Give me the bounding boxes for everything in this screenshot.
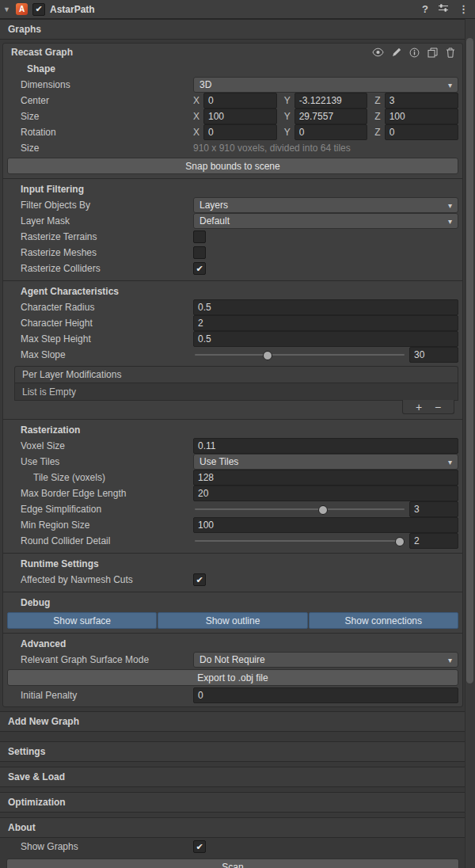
show-surface-button[interactable]: Show surface (7, 612, 157, 629)
tile-size-label: Tile Size (voxels) (33, 472, 190, 483)
section-header-optimization[interactable]: Optimization (0, 792, 466, 813)
runtime-settings-label: Runtime Settings (21, 558, 99, 569)
rotation-x-input[interactable] (203, 124, 277, 140)
filter-objects-by-dropdown[interactable]: Layers ▾ (193, 197, 458, 213)
center-x-input[interactable] (203, 93, 277, 108)
surface-mode-row: Relevant Graph Surface Mode Do Not Requi… (3, 652, 462, 668)
slider-knob[interactable] (395, 537, 405, 546)
slider-knob[interactable] (263, 351, 272, 360)
round-collider-detail-input[interactable] (409, 533, 458, 549)
rasterize-meshes-checkbox[interactable] (193, 246, 206, 259)
round-collider-detail-slider[interactable] (193, 534, 406, 548)
component-enabled-checkbox[interactable] (32, 3, 45, 16)
duplicate-icon[interactable] (428, 48, 438, 58)
axis-x-label: X (193, 127, 200, 138)
dimensions-dropdown[interactable]: 3D ▾ (193, 77, 458, 93)
list-empty-row: List is Empty (15, 383, 458, 400)
max-border-edge-length-label: Max Border Edge Length (21, 488, 190, 499)
list-add-button[interactable]: + (416, 402, 422, 413)
axis-y-label: Y (284, 111, 291, 122)
size-y-input[interactable] (294, 108, 368, 124)
export-obj-button[interactable]: Export to .obj file (7, 669, 458, 686)
size-z-input[interactable] (385, 108, 458, 124)
section-header-add-new-graph[interactable]: Add New Graph (0, 711, 466, 732)
character-radius-label: Character Radius (21, 302, 190, 313)
scrollbar-thumb[interactable] (466, 38, 473, 683)
voxel-size-row: Voxel Size (3, 438, 462, 454)
surface-mode-dropdown[interactable]: Do Not Require ▾ (193, 652, 458, 668)
section-label: Settings (8, 746, 45, 757)
edge-simplification-slider[interactable] (193, 502, 406, 516)
info-icon[interactable] (409, 48, 420, 58)
section-header-about[interactable]: About (0, 817, 466, 838)
snap-bounds-button[interactable]: Snap bounds to scene (7, 158, 458, 174)
slider-track (195, 354, 405, 356)
max-slope-slider[interactable] (193, 348, 406, 362)
max-slope-input[interactable] (409, 347, 458, 363)
initial-penalty-label: Initial Penalty (21, 690, 190, 701)
navmesh-cuts-checkbox[interactable] (193, 573, 206, 586)
character-height-input[interactable] (193, 315, 458, 331)
dropdown-value: 3D (200, 79, 211, 90)
layer-mask-dropdown[interactable]: Default ▾ (193, 213, 458, 229)
delete-trash-icon[interactable] (446, 48, 455, 58)
use-tiles-dropdown[interactable]: Use Tiles ▾ (193, 454, 458, 470)
center-y-input[interactable] (294, 93, 368, 108)
slider-knob[interactable] (318, 505, 328, 515)
foldout-arrow-icon[interactable]: ▼ (3, 6, 11, 13)
edit-pencil-icon[interactable] (392, 48, 401, 57)
max-step-height-input[interactable] (193, 331, 458, 347)
debug-label-row: Debug (3, 595, 462, 611)
axis-y-label: Y (284, 127, 291, 138)
component-header[interactable]: ▼ A AstarPath ? ⋮ (0, 0, 475, 19)
size-x-input[interactable] (203, 108, 277, 124)
slider-track (195, 508, 405, 510)
rotation-y-input[interactable] (294, 124, 368, 140)
edge-simplification-input[interactable] (409, 501, 458, 517)
unity-inspector-panel: ▼ A AstarPath ? ⋮ Graphs Recast Graph (0, 0, 475, 868)
divider (3, 553, 462, 554)
section-label: Graphs (8, 24, 41, 35)
max-slope-row: Max Slope (3, 347, 462, 363)
voxel-size-input[interactable] (193, 438, 458, 454)
character-radius-input[interactable] (193, 299, 458, 315)
min-region-size-input[interactable] (193, 517, 458, 533)
rasterize-terrains-label: Rasterize Terrains (21, 231, 190, 242)
show-graphs-checkbox[interactable] (193, 840, 206, 853)
axis-x-label: X (193, 95, 200, 106)
rasterize-colliders-checkbox[interactable] (193, 262, 206, 275)
chevron-down-icon: ▾ (448, 201, 452, 210)
visibility-eye-icon[interactable] (372, 48, 384, 57)
rotation-z-input[interactable] (385, 124, 458, 140)
slider-track (195, 540, 405, 542)
section-header-save-load[interactable]: Save & Load (0, 767, 466, 787)
per-layer-modifications-header[interactable]: Per Layer Modifications (15, 367, 458, 383)
chevron-down-icon: ▾ (448, 656, 452, 664)
tile-size-input[interactable] (193, 470, 458, 485)
presets-icon[interactable] (438, 3, 449, 15)
kebab-menu-icon[interactable]: ⋮ (458, 4, 469, 14)
rasterization-label: Rasterization (21, 424, 80, 436)
max-border-edge-length-input[interactable] (193, 485, 458, 501)
show-outline-button[interactable]: Show outline (158, 612, 307, 629)
initial-penalty-input[interactable] (193, 687, 458, 703)
center-z-input[interactable] (385, 93, 458, 108)
dropdown-value: Use Tiles (200, 456, 238, 467)
character-radius-row: Character Radius (3, 299, 462, 315)
center-label: Center (21, 95, 190, 106)
scan-button[interactable]: Scan (6, 858, 459, 868)
list-remove-button[interactable]: − (435, 402, 441, 413)
max-border-edge-length-row: Max Border Edge Length (3, 485, 462, 501)
divider (3, 280, 462, 281)
vertical-scrollbar[interactable] (465, 19, 475, 868)
recast-graph-header[interactable]: Recast Graph (3, 44, 462, 61)
rasterize-terrains-checkbox[interactable] (193, 230, 206, 243)
chevron-down-icon: ▾ (448, 81, 452, 89)
show-connections-button[interactable]: Show connections (309, 612, 458, 629)
edge-simplification-label: Edge Simplification (21, 504, 190, 515)
section-header-graphs[interactable]: Graphs (0, 19, 466, 40)
help-icon[interactable]: ? (422, 4, 428, 14)
section-header-settings[interactable]: Settings (0, 741, 466, 762)
input-filtering-label-row: Input Filtering (3, 181, 462, 197)
round-collider-detail-label: Round Collider Detail (21, 535, 190, 546)
